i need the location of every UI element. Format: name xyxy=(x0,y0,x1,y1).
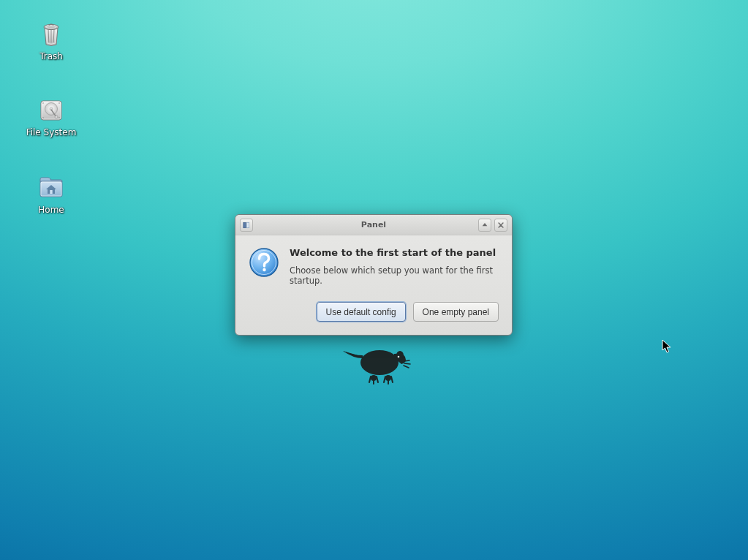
window-menu-button[interactable] xyxy=(240,219,253,232)
question-icon xyxy=(249,247,279,280)
dialog-heading: Welcome to the first start of the panel xyxy=(290,247,499,258)
desktop-icon-home[interactable]: Home xyxy=(16,173,86,215)
use-default-config-button[interactable]: Use default config xyxy=(317,302,406,322)
desktop-icon-label: Trash xyxy=(39,51,63,61)
desktop[interactable]: Trash xyxy=(0,0,748,560)
desktop-icon-filesystem[interactable]: File System xyxy=(16,95,86,137)
panel-dialog: Panel xyxy=(235,214,513,336)
svg-point-21 xyxy=(398,356,400,358)
dialog-message: Choose below which setup you want for th… xyxy=(290,265,499,286)
svg-rect-23 xyxy=(246,222,249,228)
svg-rect-16 xyxy=(50,190,52,194)
svg-rect-22 xyxy=(243,222,246,228)
rollup-button[interactable] xyxy=(478,219,491,232)
svg-point-10 xyxy=(42,102,44,104)
arrow-up-icon xyxy=(481,222,488,229)
svg-point-9 xyxy=(55,116,58,118)
desktop-icon-label: File System xyxy=(26,127,77,137)
one-empty-panel-button[interactable]: One empty panel xyxy=(413,302,499,322)
svg-point-12 xyxy=(42,117,44,118)
titlebar[interactable]: Panel xyxy=(235,215,512,235)
mouse-cursor xyxy=(662,339,672,354)
svg-point-13 xyxy=(58,117,60,118)
xfce-mouse-logo xyxy=(337,336,416,387)
window-menu-icon xyxy=(243,222,250,229)
dialog-title: Panel xyxy=(235,220,512,230)
svg-point-17 xyxy=(360,350,398,375)
close-icon xyxy=(497,222,505,229)
svg-point-20 xyxy=(396,351,404,360)
desktop-icon-trash[interactable]: Trash xyxy=(16,19,86,61)
trash-icon xyxy=(37,19,66,48)
svg-point-26 xyxy=(262,268,265,271)
desktop-icon-label: Home xyxy=(38,205,64,215)
folder-home-icon xyxy=(37,173,66,202)
svg-point-11 xyxy=(58,102,60,104)
harddrive-icon xyxy=(37,95,66,124)
close-button[interactable] xyxy=(494,219,507,232)
